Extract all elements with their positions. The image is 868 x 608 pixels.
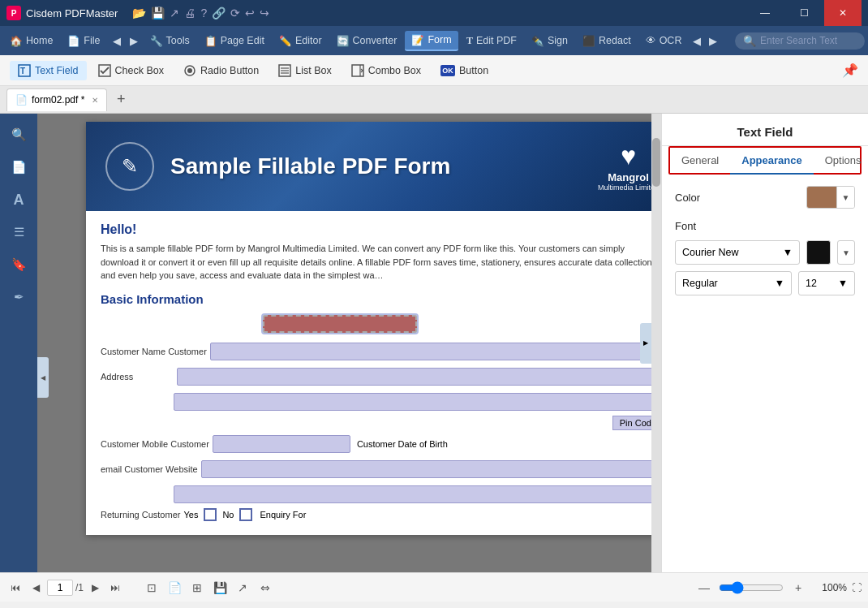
yes-checkbox[interactable] <box>204 508 217 521</box>
extra-field2[interactable] <box>174 485 661 503</box>
customer-mobile-row: Customer Mobile Customer Customer Date o… <box>101 433 661 455</box>
selected-field[interactable] <box>263 315 417 333</box>
undo-icon[interactable]: ↩ <box>245 6 255 19</box>
tab-close-button[interactable]: ✕ <box>92 96 98 105</box>
search-placeholder: Enter Search Text <box>760 35 837 46</box>
color-row: Color ▼ <box>675 186 855 209</box>
check-box-button[interactable]: Check Box <box>90 61 172 80</box>
new-tab-button[interactable]: + <box>112 91 130 109</box>
window-controls[interactable]: — ☐ ✕ <box>746 0 862 26</box>
list-box-button[interactable]: List Box <box>270 61 339 80</box>
search-icon: 🔍 <box>743 35 756 47</box>
menu-edit-pdf[interactable]: T Edit PDF <box>460 32 523 50</box>
forward-nav[interactable]: ▶ <box>126 32 142 50</box>
zoom-in-button[interactable]: + <box>789 578 808 597</box>
close-button[interactable]: ✕ <box>824 0 862 26</box>
pin-button[interactable]: 📌 <box>842 63 858 78</box>
export-button[interactable]: ↗ <box>233 578 252 597</box>
compare-button[interactable]: ⇔ <box>256 578 275 597</box>
save-pdf-button[interactable]: 💾 <box>210 578 230 597</box>
sidebar-signature[interactable]: ✒ <box>4 282 33 312</box>
scroll-thumb[interactable] <box>652 138 660 187</box>
document-icon: 📄 <box>15 94 28 106</box>
tab-options[interactable]: Options <box>814 148 868 175</box>
menu-tools[interactable]: 🔧 Tools <box>144 32 196 50</box>
sidebar-search[interactable]: 🔍 <box>4 120 33 149</box>
next-page-button[interactable]: ▶ <box>86 579 104 597</box>
menu-sign[interactable]: ✒️ Sign <box>525 32 574 50</box>
email-field[interactable] <box>201 460 661 478</box>
combo-box-button[interactable]: Combo Box <box>343 61 429 80</box>
open-icon[interactable]: 📂 <box>132 6 146 19</box>
scroll-track[interactable] <box>651 114 661 572</box>
tab-appearance[interactable]: Appearance <box>730 148 813 175</box>
print-icon[interactable]: 🖨 <box>184 6 196 19</box>
minimize-button[interactable]: — <box>746 0 784 26</box>
menu-form[interactable]: 📝 Form <box>405 31 458 51</box>
pin-code-row: Pin Code <box>101 416 661 430</box>
pdf-header: ✎ Sample Fillable PDF Form ♥ Mangrol Mul… <box>86 122 661 211</box>
extra-field1[interactable] <box>174 393 661 411</box>
section-title: Basic Information <box>101 292 661 306</box>
redact-icon: ⬛ <box>582 35 595 47</box>
sidebar-pages[interactable]: 📄 <box>4 153 33 182</box>
header-title: Sample Fillable PDF Form <box>170 153 450 179</box>
sidebar-text[interactable]: A <box>4 185 33 214</box>
right-panel-toggle[interactable]: ▶ <box>640 323 651 364</box>
columns-button[interactable]: ⊞ <box>187 578 207 597</box>
menu-converter[interactable]: 🔄 Converter <box>330 32 404 50</box>
prev-page-button[interactable]: ◀ <box>27 579 45 597</box>
sidebar-list[interactable]: ☰ <box>4 218 33 247</box>
customer-name-field[interactable] <box>210 343 661 360</box>
last-page-button[interactable]: ⏭ <box>106 579 124 597</box>
redo-icon[interactable]: ↪ <box>260 6 269 19</box>
check-box-icon <box>98 64 111 77</box>
nav-left[interactable]: ◀ <box>690 32 704 50</box>
file-icon: 📄 <box>67 35 80 47</box>
nav-right[interactable]: ▶ <box>706 32 720 50</box>
color-picker-button[interactable]: ▼ <box>806 186 855 209</box>
help-icon[interactable]: ? <box>200 6 207 19</box>
radio-button-button[interactable]: Radio Button <box>175 61 267 80</box>
menu-home[interactable]: 🏠 Home <box>3 32 59 50</box>
link-icon[interactable]: 🔗 <box>212 6 226 19</box>
menu-ocr[interactable]: 👁 OCR <box>639 32 689 50</box>
extract-page-button[interactable]: 📄 <box>165 578 184 597</box>
zoom-out-button[interactable]: — <box>694 578 714 597</box>
document-tab[interactable]: 📄 form02.pdf * ✕ <box>6 88 107 111</box>
menu-page-edit[interactable]: 📋 Page Edit <box>198 32 271 50</box>
no-checkbox[interactable] <box>239 508 252 521</box>
font-style-select[interactable]: Regular ▼ <box>675 271 792 295</box>
maximize-button[interactable]: ☐ <box>785 0 823 26</box>
font-style-row: Regular ▼ 12 ▼ <box>675 271 855 295</box>
history-icon[interactable]: ⟳ <box>230 6 240 19</box>
menu-editor[interactable]: ✏️ Editor <box>273 32 329 50</box>
fit-page-button[interactable]: ⊡ <box>142 578 161 597</box>
first-page-button[interactable]: ⏮ <box>6 579 24 597</box>
expand-button[interactable]: ⛶ <box>852 582 862 593</box>
pdf-body: Hello! This is a sample fillable PDF for… <box>86 211 661 535</box>
tab-general[interactable]: General <box>670 148 730 175</box>
sidebar-toggle[interactable]: ◀ <box>37 357 49 398</box>
font-color-chevron[interactable]: ▼ <box>837 240 855 265</box>
panel-tabs: General Appearance Options <box>670 148 860 173</box>
enquiry-label: Enquiry For <box>260 510 306 520</box>
back-nav[interactable]: ◀ <box>109 32 125 50</box>
text-field-icon: T <box>18 64 31 77</box>
menu-file[interactable]: 📄 File <box>61 32 106 50</box>
address-field[interactable] <box>177 368 661 386</box>
mobile-field[interactable] <box>213 435 350 453</box>
zoom-slider[interactable] <box>719 581 784 594</box>
button-button[interactable]: OK Button <box>432 62 496 80</box>
page-input[interactable] <box>47 580 73 596</box>
save-icon[interactable]: 💾 <box>151 6 165 19</box>
font-size-select[interactable]: 12 ▼ <box>798 271 855 295</box>
menu-redact[interactable]: ⬛ Redact <box>576 32 638 50</box>
sidebar-bookmark[interactable]: 🔖 <box>4 250 33 279</box>
font-color-button[interactable] <box>806 240 831 265</box>
share-icon[interactable]: ↗ <box>170 6 179 19</box>
search-box[interactable]: 🔍 Enter Search Text <box>735 32 865 50</box>
font-name-select[interactable]: Courier New ▼ <box>675 240 800 265</box>
text-field-button[interactable]: T Text Field <box>10 61 87 80</box>
titlebar-left: P Cisdem PDFMaster 📂 💾 ↗ 🖨 ? 🔗 ⟳ ↩ ↪ <box>6 6 269 20</box>
